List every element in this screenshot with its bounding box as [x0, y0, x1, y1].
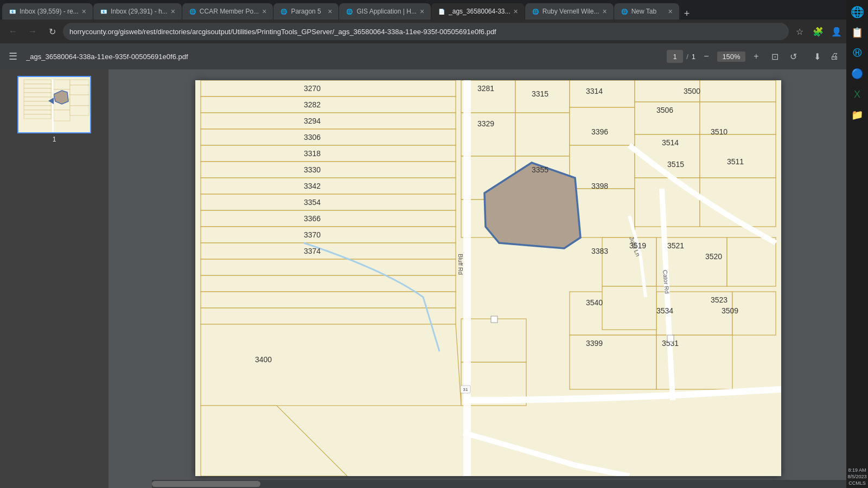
svg-rect-6 — [24, 101, 51, 106]
tab-close-3[interactable]: × — [259, 7, 266, 16]
tab-gis[interactable]: 🌐 GIS Application | H... × — [339, 3, 431, 20]
svg-text:3314: 3314 — [586, 87, 603, 95]
tab-paragon[interactable]: 🌐 Paragon 5 × — [273, 3, 339, 20]
taskbar-hp-icon[interactable]: Ⓗ — [847, 43, 867, 63]
tab-close-4[interactable]: × — [324, 7, 332, 16]
nav-bar: ← → ↻ horrycounty.org/gisweb/rest/direct… — [0, 20, 868, 43]
svg-rect-8 — [24, 110, 51, 114]
tab-newtab[interactable]: 🌐 New Tab × — [614, 3, 679, 20]
tab-pdf-active[interactable]: 📄 _ags_36580064-33... × — [431, 3, 525, 20]
svg-rect-67 — [727, 237, 776, 286]
svg-rect-25 — [201, 145, 456, 162]
tab-gmail-2[interactable]: 📧 Inbox (29,391) - h... × — [93, 3, 182, 20]
svg-rect-112 — [667, 335, 674, 342]
tab-ruby[interactable]: 🌐 Ruby Vernell Wile... × — [525, 3, 614, 20]
svg-rect-10 — [54, 80, 70, 89]
map-page: 31 3270 3282 3294 3306 3318 3330 3342 33… — [195, 80, 781, 476]
horizontal-scrollbar[interactable] — [152, 480, 846, 488]
svg-text:3500: 3500 — [684, 87, 700, 95]
tab-close-7[interactable]: × — [599, 7, 607, 16]
download-button[interactable]: ⬇ — [809, 49, 825, 64]
svg-rect-27 — [201, 178, 456, 194]
svg-rect-44 — [515, 113, 570, 156]
taskbar-folder-icon[interactable]: 📁 — [847, 105, 867, 125]
svg-text:3383: 3383 — [591, 247, 608, 255]
thumbnail-svg — [18, 77, 91, 133]
svg-text:3374: 3374 — [304, 247, 321, 255]
svg-rect-4 — [24, 93, 51, 97]
scrollbar-thumb[interactable] — [152, 481, 260, 487]
tab-close-1[interactable]: × — [79, 7, 86, 16]
forward-button[interactable]: → — [24, 23, 41, 40]
tab-gmail-1[interactable]: 📧 Inbox (39,559) - re... × — [2, 3, 93, 20]
tab-close-6[interactable]: × — [510, 7, 518, 16]
address-bar[interactable]: horrycounty.org/gisweb/rest/directories/… — [63, 23, 789, 40]
print-button[interactable]: 🖨 — [827, 49, 842, 64]
zoom-out-button[interactable]: − — [699, 49, 714, 64]
svg-rect-111 — [491, 316, 497, 323]
svg-rect-61 — [570, 335, 656, 389]
taskbar-excel-icon[interactable]: X — [847, 85, 867, 104]
svg-rect-56 — [635, 178, 700, 227]
tab-close-5[interactable]: × — [417, 7, 424, 16]
svg-rect-30 — [201, 227, 456, 243]
profile-button[interactable]: 👤 — [828, 23, 845, 40]
taskbar-files-icon[interactable]: 📋 — [847, 23, 867, 42]
pdf-total-pages: 1 — [692, 53, 695, 61]
new-tab-button[interactable]: + — [680, 8, 694, 20]
svg-text:3306: 3306 — [304, 133, 321, 142]
reload-button[interactable]: ↻ — [43, 23, 61, 40]
svg-text:3511: 3511 — [727, 157, 744, 166]
svg-rect-68 — [602, 286, 656, 330]
svg-rect-69 — [463, 80, 471, 476]
pdf-sidebar: 1 — [0, 69, 108, 488]
tab-ccar[interactable]: 🌐 CCAR Member Po... × — [182, 3, 273, 20]
svg-text:3510: 3510 — [711, 127, 727, 136]
hamburger-menu[interactable]: ☰ — [9, 50, 17, 62]
fit-page-button[interactable]: ⊡ — [767, 49, 782, 64]
svg-text:3282: 3282 — [304, 100, 321, 109]
pdf-thumb-label: 1 — [17, 136, 91, 143]
zoom-level-input[interactable] — [717, 52, 745, 62]
svg-text:3523: 3523 — [711, 296, 727, 304]
tab-icon-gmail-1: 📧 — [9, 8, 16, 15]
bookmark-button[interactable]: ☆ — [791, 23, 808, 40]
tab-close-2[interactable]: × — [168, 7, 175, 16]
taskbar-edge-icon[interactable]: 🌐 — [847, 2, 867, 22]
pdf-controls: / 1 − + ⊡ ↺ — [667, 49, 801, 64]
svg-text:3540: 3540 — [586, 298, 603, 307]
svg-text:3329: 3329 — [477, 119, 494, 128]
taskbar-right: 🌐 📋 Ⓗ 🔵 X 📁 8:19 AM 8/5/2023 CCMLS — [846, 0, 868, 488]
svg-rect-24 — [201, 129, 456, 145]
tab-close-8[interactable]: × — [665, 7, 672, 16]
svg-rect-45 — [570, 107, 635, 145]
pdf-page-input[interactable] — [667, 50, 683, 63]
taskbar-chrome-icon[interactable]: 🔵 — [847, 64, 867, 84]
pdf-toolbar: ☰ _ags_36580064-338a-11ee-935f-00505691e… — [0, 43, 868, 69]
svg-rect-9 — [24, 114, 51, 119]
svg-rect-42 — [700, 80, 776, 102]
rotate-button[interactable]: ↺ — [786, 49, 801, 64]
svg-text:3521: 3521 — [667, 241, 684, 250]
address-text: horrycounty.org/gisweb/rest/directories/… — [69, 28, 496, 36]
pdf-content[interactable]: 31 3270 3282 3294 3306 3318 3330 3342 33… — [108, 69, 868, 488]
svg-rect-60 — [732, 292, 776, 335]
taskbar-time: 8:19 AM — [848, 467, 866, 473]
tab-icon-paragon: 🌐 — [280, 8, 288, 15]
svg-text:3294: 3294 — [304, 117, 321, 125]
svg-text:3354: 3354 — [304, 198, 321, 207]
back-button[interactable]: ← — [4, 23, 22, 40]
pdf-thumbnail-1[interactable]: 1 — [17, 76, 91, 143]
svg-rect-11 — [70, 80, 89, 85]
svg-text:3396: 3396 — [591, 127, 608, 136]
svg-rect-21 — [201, 80, 456, 97]
pdf-filename: _ags_36580064-338a-11ee-935f-00505691e0f… — [26, 53, 662, 61]
svg-text:3534: 3534 — [656, 306, 673, 315]
tab-icon-newtab: 🌐 — [621, 8, 628, 15]
svg-text:Bluff Rd: Bluff Rd — [457, 254, 464, 275]
svg-rect-52 — [700, 134, 776, 178]
svg-text:3315: 3315 — [532, 89, 548, 98]
extension-button[interactable]: 🧩 — [809, 23, 827, 40]
zoom-in-button[interactable]: + — [749, 49, 764, 64]
svg-rect-3 — [24, 88, 51, 93]
